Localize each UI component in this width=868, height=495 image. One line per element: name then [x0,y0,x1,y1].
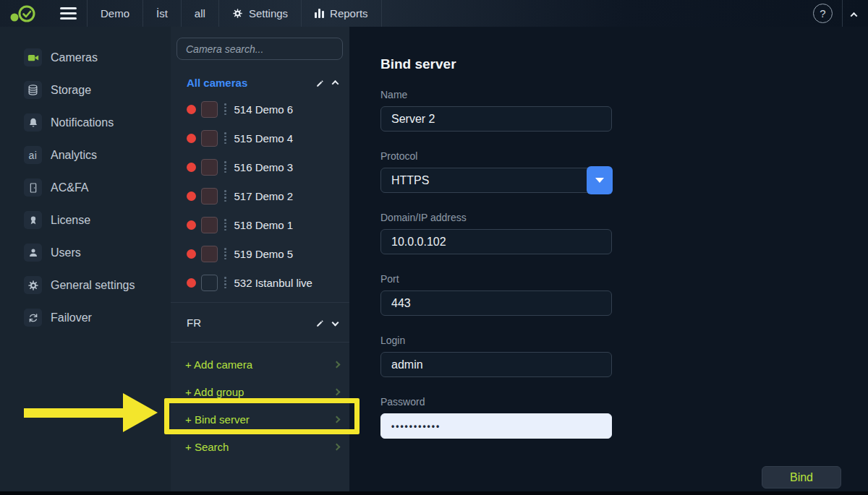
drag-handle-icon[interactable] [224,190,226,202]
camera-row[interactable]: 532 Istanbul live [171,268,349,297]
sidebar-item-general-settings[interactable]: General settings [0,269,171,301]
collapse-topbar-button[interactable] [843,7,868,20]
failover-refresh-icon [24,309,42,327]
recording-indicator [187,249,196,259]
edit-pencil-icon[interactable] [315,317,325,329]
port-label: Port [380,273,612,285]
sidebar-item-users[interactable]: Users [0,236,171,269]
bottom-strip [0,491,868,495]
name-field[interactable] [380,106,612,132]
chevron-up-icon [851,12,858,20]
bind-server-button[interactable]: + Bind server [171,405,349,433]
camera-checkbox[interactable] [201,188,218,205]
camera-row[interactable]: 516 Demo 3 [171,152,349,181]
chevron-right-icon [333,361,341,368]
recording-indicator [187,278,196,288]
drag-handle-icon[interactable] [224,248,226,259]
protocol-select[interactable]: HTTPS [380,168,612,193]
group-name: All cameras [187,77,247,89]
recording-indicator [187,191,196,201]
domain-field[interactable] [380,229,612,254]
bell-icon [24,113,42,132]
top-bar: Demo İst all Settings Reports ? [0,0,868,27]
sidebar-item-license[interactable]: License [0,204,171,236]
port-field[interactable] [380,290,612,316]
recording-indicator [187,134,196,143]
edit-pencil-icon[interactable] [315,77,325,89]
camera-icon [24,48,42,66]
group-name: FR [187,317,201,329]
logo-icon [8,3,40,25]
camera-checkbox[interactable] [201,159,218,176]
camera-row[interactable]: 515 Demo 4 [171,124,349,152]
drag-handle-icon[interactable] [224,161,226,173]
password-label: Password [380,396,612,408]
domain-label: Domain/IP address [380,212,612,223]
camera-checkbox[interactable] [201,246,218,262]
triangle-down-icon [595,178,604,183]
camera-row[interactable]: 518 Demo 1 [171,210,349,239]
login-field[interactable] [380,352,612,377]
app-logo [0,0,50,27]
chevron-right-icon [333,388,341,395]
tab-demo[interactable]: Demo [88,0,142,27]
bind-server-form: Bind server Name Protocol HTTPS Domain/I… [349,27,868,491]
camera-row[interactable]: 514 Demo 6 [171,95,349,124]
tab-reports[interactable]: Reports [302,0,381,27]
drag-handle-icon[interactable] [224,132,226,144]
analytics-ai-icon: ai [24,146,42,164]
sidebar: Cameras Storage Notifications ai Analyti… [0,27,171,491]
password-field[interactable] [380,413,612,439]
tab-ist[interactable]: İst [143,0,181,27]
sidebar-item-notifications[interactable]: Notifications [0,106,171,139]
tab-settings[interactable]: Settings [219,0,301,27]
chevron-down-icon[interactable] [332,319,339,326]
sidebar-item-failover[interactable]: Failover [0,301,171,334]
users-icon [24,244,42,262]
chevron-right-icon [333,443,341,450]
protocol-dropdown-button[interactable] [587,166,613,194]
drag-handle-icon[interactable] [224,103,226,115]
bar-chart-icon [315,9,324,18]
recording-indicator [187,163,196,172]
name-label: Name [380,89,612,100]
sidebar-item-cameras[interactable]: Cameras [0,41,171,74]
hamburger-menu-icon[interactable] [50,0,87,27]
gear-icon [232,8,243,19]
camera-search-input[interactable] [176,38,343,60]
camera-panel: All cameras 514 Demo 6 515 Demo 4 [171,27,349,491]
protocol-label: Protocol [380,150,612,162]
camera-checkbox[interactable] [201,275,218,291]
sidebar-item-acfa[interactable]: AC&FA [0,171,171,204]
chevron-up-icon[interactable] [332,79,339,87]
camera-row[interactable]: 517 Demo 2 [171,181,349,210]
help-button[interactable]: ? [813,4,833,23]
recording-indicator [187,105,196,114]
login-label: Login [380,335,612,346]
camera-checkbox[interactable] [201,101,218,118]
camera-checkbox[interactable] [201,130,218,147]
storage-icon [24,81,42,99]
door-icon [24,178,42,197]
drag-handle-icon[interactable] [224,219,226,231]
add-camera-button[interactable]: + Add camera [171,350,349,378]
add-group-button[interactable]: + Add group [171,378,349,405]
gear-icon [24,276,42,294]
sidebar-item-storage[interactable]: Storage [0,74,171,106]
camera-row[interactable]: 519 Demo 5 [171,239,349,268]
camera-checkbox[interactable] [201,217,218,233]
search-action-button[interactable]: + Search [171,433,349,460]
camera-group-fr-header[interactable]: FR [171,302,349,343]
sidebar-item-analytics[interactable]: ai Analytics [0,139,171,171]
camera-group-all-header[interactable]: All cameras [171,73,349,92]
tab-all[interactable]: all [182,0,218,27]
license-medal-icon [24,211,42,229]
page-title: Bind server [380,56,868,72]
bind-submit-button[interactable]: Bind [762,466,841,488]
recording-indicator [187,220,196,230]
chevron-right-icon [333,416,341,423]
drag-handle-icon[interactable] [224,277,226,288]
